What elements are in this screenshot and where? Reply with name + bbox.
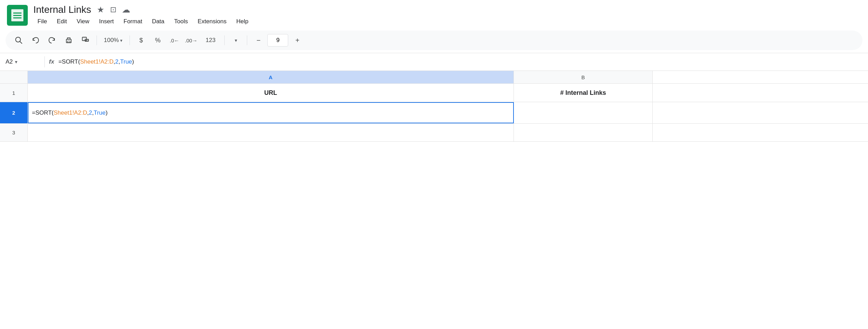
minus-icon: −: [257, 36, 261, 44]
svg-rect-8: [67, 41, 70, 42]
formula-prefix: =SORT(: [58, 58, 80, 65]
svg-rect-3: [13, 17, 22, 18]
percent-button[interactable]: %: [150, 33, 165, 48]
zoom-arrow: ▾: [120, 38, 123, 43]
menu-data[interactable]: Data: [148, 17, 169, 26]
row-header-spacer: [0, 71, 28, 83]
doc-title: Internal Links: [33, 4, 91, 15]
menu-file[interactable]: File: [33, 17, 51, 26]
font-size-decrease-button[interactable]: −: [251, 33, 266, 48]
font-size-value: 9: [276, 37, 279, 44]
toolbar-divider-1: [97, 35, 97, 45]
cell-b3[interactable]: [514, 124, 653, 141]
toolbar-divider-3: [224, 35, 225, 45]
font-size-arrow-icon: ▾: [235, 38, 237, 43]
col-header-a[interactable]: A: [28, 71, 514, 83]
cloud-icon[interactable]: ☁: [122, 5, 130, 15]
row-num-2: 2: [0, 102, 28, 123]
title-section: Internal Links ★ ⊡ ☁ File Edit View Inse…: [33, 4, 252, 26]
cell-formula-ref: Sheet1!A2:D: [54, 109, 87, 116]
column-headers: A B: [0, 71, 868, 84]
more-formats-button[interactable]: 123: [200, 33, 221, 48]
row-1: 1 URL # Internal Links: [0, 84, 868, 102]
percent-icon: %: [155, 37, 160, 44]
cell-formula-order: True: [94, 109, 106, 116]
title-bar: Internal Links ★ ⊡ ☁ File Edit View Inse…: [0, 0, 868, 28]
dec-increase-icon: .00→: [185, 38, 198, 43]
dec-decrease-button[interactable]: .0←: [167, 33, 182, 48]
cell-b1[interactable]: # Internal Links: [514, 84, 653, 102]
cell-formula-col: 2: [89, 109, 92, 116]
currency-icon: $: [139, 37, 143, 44]
menu-format[interactable]: Format: [119, 17, 147, 26]
app-logo: [7, 5, 28, 26]
doc-title-row: Internal Links ★ ⊡ ☁: [33, 4, 252, 15]
zoom-value: 100%: [104, 37, 119, 44]
fx-icon: fx: [49, 58, 54, 65]
zoom-control[interactable]: 100% ▾: [100, 35, 126, 45]
menu-insert[interactable]: Insert: [95, 17, 118, 26]
redo-button[interactable]: [44, 33, 60, 48]
toolbar: 100% ▾ $ % .0← .00→ 123 ▾ − 9 +: [6, 31, 862, 50]
row-num-1: 1: [0, 84, 28, 102]
undo-button[interactable]: [28, 33, 43, 48]
star-icon[interactable]: ★: [97, 5, 105, 15]
cell-ref-text: A2: [6, 58, 13, 65]
plus-icon: +: [295, 36, 300, 44]
svg-rect-10: [83, 38, 86, 40]
row-num-3: 3: [0, 124, 28, 141]
col-header-b[interactable]: B: [514, 71, 653, 83]
row-2: 2 =SORT( Sheet1!A2:D , 2 , True ): [0, 102, 868, 124]
spreadsheet: A B 1 URL # Internal Links 2 =SORT( Shee…: [0, 71, 868, 142]
dec-decrease-icon: .0←: [170, 38, 180, 43]
cell-a2-formula: =SORT( Sheet1!A2:D , 2 , True ): [32, 109, 108, 116]
formula-content: =SORT( Sheet1!A2:D , 2 , True ): [58, 58, 134, 65]
cell-a3[interactable]: [28, 124, 514, 141]
cell-b2[interactable]: [514, 102, 653, 123]
cell-a2[interactable]: =SORT( Sheet1!A2:D , 2 , True ): [28, 102, 514, 123]
dec-increase-button[interactable]: .00→: [183, 33, 199, 48]
menu-extensions[interactable]: Extensions: [193, 17, 231, 26]
formula-order: True: [120, 58, 132, 65]
cell-ref-arrow[interactable]: ▾: [15, 59, 17, 65]
currency-button[interactable]: $: [133, 33, 149, 48]
more-formats-icon: 123: [206, 37, 215, 44]
svg-rect-2: [13, 15, 22, 16]
cell-formula-prefix: =SORT(: [32, 109, 54, 116]
font-size-arrow-button[interactable]: ▾: [228, 33, 243, 48]
cell-formula-suffix: ): [106, 109, 108, 116]
formula-ref: Sheet1!A2:D: [80, 58, 114, 65]
print-button[interactable]: [61, 33, 76, 48]
cell-a1[interactable]: URL: [28, 84, 514, 102]
paint-format-button[interactable]: [78, 33, 93, 48]
toolbar-divider-4: [247, 35, 247, 45]
font-size-increase-button[interactable]: +: [290, 33, 305, 48]
menu-view[interactable]: View: [73, 17, 94, 26]
svg-rect-1: [13, 13, 22, 14]
row-3: 3: [0, 124, 868, 142]
formula-suffix: ): [132, 58, 134, 65]
menu-edit[interactable]: Edit: [52, 17, 71, 26]
folder-icon[interactable]: ⊡: [110, 5, 116, 14]
toolbar-divider-2: [130, 35, 130, 45]
svg-line-6: [20, 41, 22, 43]
formula-bar-divider: [44, 56, 45, 67]
menu-help[interactable]: Help: [232, 17, 252, 26]
cell-reference: A2 ▾: [6, 58, 40, 65]
font-size-display[interactable]: 9: [267, 34, 288, 47]
search-button[interactable]: [11, 33, 26, 48]
menu-bar: File Edit View Insert Format Data Tools …: [33, 17, 252, 26]
formula-bar: A2 ▾ fx =SORT( Sheet1!A2:D , 2 , True ): [0, 53, 868, 71]
menu-tools[interactable]: Tools: [170, 17, 192, 26]
formula-sort-col: 2: [115, 58, 118, 65]
